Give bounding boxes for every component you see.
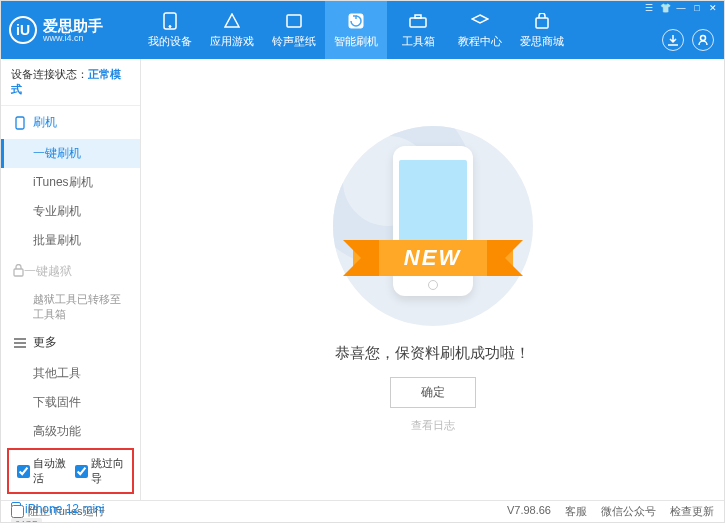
nav-tutorials[interactable]: 教程中心 bbox=[449, 1, 511, 59]
sidebar-item-batch-flash[interactable]: 批量刷机 bbox=[1, 226, 140, 255]
sidebar: 设备连接状态：正常模式 刷机 一键刷机 iTunes刷机 专业刷机 批量刷机 一… bbox=[1, 59, 141, 500]
sidebar-item-oneclick-flash[interactable]: 一键刷机 bbox=[1, 139, 140, 168]
svg-rect-2 bbox=[287, 15, 301, 27]
logo-icon: iU bbox=[9, 16, 37, 44]
maximize-button[interactable]: □ bbox=[690, 3, 704, 13]
svg-rect-8 bbox=[16, 117, 24, 129]
success-illustration: NEW bbox=[323, 126, 543, 326]
sidebar-item-pro-flash[interactable]: 专业刷机 bbox=[1, 197, 140, 226]
refresh-icon bbox=[347, 12, 365, 30]
sidebar-section-jailbreak: 一键越狱 bbox=[1, 255, 140, 288]
nav-store[interactable]: 爱思商城 bbox=[511, 1, 573, 59]
window-controls: ☰ 👕 — □ ✕ bbox=[638, 1, 724, 15]
version-label: V7.98.66 bbox=[507, 504, 551, 519]
main-content: NEW 恭喜您，保资料刷机成功啦！ 确定 查看日志 bbox=[141, 59, 724, 500]
graduate-icon bbox=[471, 12, 489, 30]
nav-toolbox[interactable]: 工具箱 bbox=[387, 1, 449, 59]
flash-icon bbox=[13, 116, 27, 130]
store-icon bbox=[533, 12, 551, 30]
close-button[interactable]: ✕ bbox=[706, 3, 720, 13]
header-right-buttons bbox=[662, 29, 714, 51]
nav-ringtone-wallpaper[interactable]: 铃声壁纸 bbox=[263, 1, 325, 59]
svg-rect-4 bbox=[410, 18, 426, 27]
check-update-link[interactable]: 检查更新 bbox=[670, 504, 714, 519]
lock-icon bbox=[13, 264, 24, 280]
sidebar-item-download-firmware[interactable]: 下载固件 bbox=[1, 388, 140, 417]
toolbox-icon bbox=[409, 12, 427, 30]
sidebar-item-itunes-flash[interactable]: iTunes刷机 bbox=[1, 168, 140, 197]
app-header: iU 爱思助手 www.i4.cn 我的设备 应用游戏 铃声壁纸 智能刷机 工具… bbox=[1, 1, 724, 59]
sidebar-item-advanced[interactable]: 高级功能 bbox=[1, 417, 140, 446]
user-button[interactable] bbox=[692, 29, 714, 51]
nav-smart-flash[interactable]: 智能刷机 bbox=[325, 1, 387, 59]
svg-rect-9 bbox=[14, 269, 23, 276]
app-name: 爱思助手 bbox=[43, 18, 103, 33]
new-ribbon: NEW bbox=[353, 240, 513, 276]
menu-button[interactable]: ☰ bbox=[642, 3, 656, 13]
wallpaper-icon bbox=[285, 12, 303, 30]
sidebar-section-flash[interactable]: 刷机 bbox=[1, 106, 140, 139]
svg-point-1 bbox=[169, 25, 171, 27]
top-nav: 我的设备 应用游戏 铃声壁纸 智能刷机 工具箱 教程中心 爱思商城 bbox=[139, 1, 573, 59]
checkbox-auto-activate[interactable]: 自动激活 bbox=[17, 456, 67, 486]
checkbox-block-itunes[interactable]: 阻止iTunes运行 bbox=[11, 504, 105, 519]
more-icon bbox=[13, 338, 27, 348]
svg-rect-6 bbox=[536, 18, 548, 28]
nav-my-device[interactable]: 我的设备 bbox=[139, 1, 201, 59]
app-site: www.i4.cn bbox=[43, 33, 103, 43]
congrats-text: 恭喜您，保资料刷机成功啦！ bbox=[335, 344, 530, 363]
logo: iU 爱思助手 www.i4.cn bbox=[9, 16, 139, 44]
jailbreak-note: 越狱工具已转移至工具箱 bbox=[1, 288, 140, 326]
wechat-link[interactable]: 微信公众号 bbox=[601, 504, 656, 519]
phone-icon bbox=[161, 12, 179, 30]
sidebar-section-more[interactable]: 更多 bbox=[1, 326, 140, 359]
view-log-link[interactable]: 查看日志 bbox=[411, 418, 455, 433]
minimize-button[interactable]: — bbox=[674, 3, 688, 13]
ok-button[interactable]: 确定 bbox=[390, 377, 476, 408]
svg-point-7 bbox=[701, 36, 706, 41]
checkbox-skip-guide[interactable]: 跳过向导 bbox=[75, 456, 125, 486]
apps-icon bbox=[223, 12, 241, 30]
connection-status: 设备连接状态：正常模式 bbox=[1, 59, 140, 106]
download-button[interactable] bbox=[662, 29, 684, 51]
svg-rect-5 bbox=[415, 15, 421, 18]
nav-apps-games[interactable]: 应用游戏 bbox=[201, 1, 263, 59]
support-link[interactable]: 客服 bbox=[565, 504, 587, 519]
options-checkboxes: 自动激活 跳过向导 bbox=[7, 448, 134, 494]
tshirt-button[interactable]: 👕 bbox=[658, 3, 672, 13]
sidebar-item-other-tools[interactable]: 其他工具 bbox=[1, 359, 140, 388]
